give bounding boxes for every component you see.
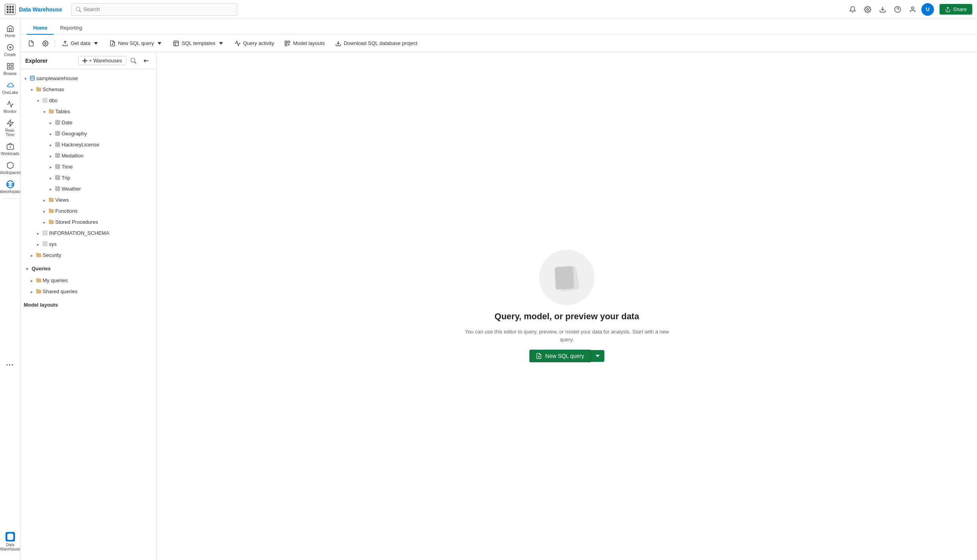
new-sql-query-button[interactable]: New SQL query xyxy=(105,37,167,49)
nav-item-datawarehouse[interactable]: Data Warehouse xyxy=(2,530,19,554)
topbar: Data Warehouse U Share xyxy=(0,0,977,19)
tree-item-sys[interactable]: sys xyxy=(21,238,156,249)
tree-item-samplewarehouse[interactable]: samplewarehouse xyxy=(21,73,156,84)
tree-item-functions[interactable]: Functions xyxy=(21,205,156,216)
nav-item-monitor[interactable]: Monitor xyxy=(2,98,19,116)
svg-rect-43 xyxy=(56,120,60,125)
plus-icon xyxy=(83,58,87,63)
time-label: Time xyxy=(62,164,153,170)
svg-rect-41 xyxy=(43,101,45,102)
toolbar-settings-icon-button[interactable] xyxy=(39,37,51,49)
toolbar-file-icon-button[interactable] xyxy=(25,37,37,49)
settings-button[interactable] xyxy=(861,3,874,16)
model-layouts-section-header[interactable]: Model layouts xyxy=(21,298,156,311)
nav-item-workloads[interactable]: Workloads xyxy=(2,140,19,158)
search-input[interactable] xyxy=(84,6,233,12)
sql-templates-icon xyxy=(173,40,179,47)
nav-item-workspaces[interactable]: Workspaces xyxy=(2,159,19,177)
svg-rect-63 xyxy=(56,165,60,169)
tree-item-time[interactable]: Time xyxy=(21,161,156,172)
tree-item-information-schema[interactable]: INFORMATION_SCHEMA xyxy=(21,227,156,238)
download-button[interactable] xyxy=(876,3,889,16)
queries-section-header[interactable]: Queries xyxy=(21,262,156,275)
svg-point-9 xyxy=(867,8,869,10)
explorer-search-button[interactable] xyxy=(128,55,139,66)
svg-rect-1 xyxy=(9,6,11,8)
tables-chevron xyxy=(41,108,47,114)
information-schema-icon xyxy=(42,230,48,236)
empty-state-illustration xyxy=(539,250,594,305)
nav-item-realtime[interactable]: Real-Time xyxy=(2,117,19,139)
geography-table-icon xyxy=(54,130,61,137)
tree-item-weather[interactable]: Weather xyxy=(21,183,156,194)
download-sql-button[interactable]: Download SQL database project xyxy=(331,37,422,49)
explorer-panel: Explorer + Warehouses xyxy=(21,52,157,560)
query-activity-label: Query activity xyxy=(243,40,274,46)
fabric-icon xyxy=(6,180,14,188)
datawarehouse-icon-bg xyxy=(6,532,15,541)
account-button[interactable] xyxy=(906,3,919,16)
tree-item-views[interactable]: Views xyxy=(21,194,156,205)
waffle-menu-button[interactable] xyxy=(5,4,16,15)
schemas-folder-icon xyxy=(36,86,42,92)
nav-more-button[interactable]: ··· xyxy=(2,359,19,372)
model-layouts-button[interactable]: Model layouts xyxy=(280,37,328,49)
download-sql-icon xyxy=(335,40,341,47)
notifications-button[interactable] xyxy=(846,3,859,16)
my-queries-folder-icon xyxy=(36,277,42,283)
tree-item-security[interactable]: Security xyxy=(21,249,156,260)
tree-item-shared-queries[interactable]: Shared queries xyxy=(21,286,156,297)
tab-reporting[interactable]: Reporting xyxy=(54,22,88,35)
add-warehouses-button[interactable]: + Warehouses xyxy=(78,56,126,65)
tabs-bar: Home Reporting xyxy=(21,19,977,35)
tree-item-date[interactable]: Date xyxy=(21,117,156,128)
svg-rect-79 xyxy=(45,231,47,232)
tree-item-hackneylicense[interactable]: HackneyLicense xyxy=(21,139,156,150)
shared-queries-chevron xyxy=(28,288,35,294)
tree-item-my-queries[interactable]: My queries xyxy=(21,275,156,286)
weather-chevron xyxy=(47,185,54,192)
tree-item-dbo[interactable]: dbo xyxy=(21,95,156,106)
tables-folder-icon xyxy=(48,108,54,114)
nav-workloads-label: Workloads xyxy=(1,152,19,156)
tree-item-trip[interactable]: Trip xyxy=(21,172,156,183)
tree-item-stored-procedures[interactable]: Stored Procedures xyxy=(21,216,156,227)
date-chevron xyxy=(47,119,54,125)
left-nav: Home Create Browse OneLake Monitor Real-… xyxy=(0,19,21,560)
nav-item-fabworkspace[interactable]: fabworkspace xyxy=(2,178,19,196)
sql-templates-button[interactable]: SQL templates xyxy=(169,37,228,49)
svg-rect-88 xyxy=(555,267,574,289)
realtime-icon xyxy=(6,119,14,127)
explorer-tree: samplewarehouse Schemas xyxy=(21,69,156,560)
empty-state-new-sql-dropdown[interactable] xyxy=(591,350,604,362)
queries-label: Queries xyxy=(32,266,51,272)
get-data-button[interactable]: Get data xyxy=(58,37,103,49)
user-avatar[interactable]: U xyxy=(921,3,934,16)
tree-item-geography[interactable]: Geography xyxy=(21,128,156,139)
query-activity-button[interactable]: Query activity xyxy=(231,37,278,49)
tree-item-medallion[interactable]: Medallion xyxy=(21,150,156,161)
svg-rect-48 xyxy=(56,131,60,136)
nav-item-home[interactable]: Home xyxy=(2,22,19,40)
search-box[interactable] xyxy=(71,3,237,16)
empty-state-description: You can use this editor to query, previe… xyxy=(464,328,669,343)
empty-state-new-sql-button[interactable]: New SQL query xyxy=(529,350,590,362)
information-schema-label: INFORMATION_SCHEMA xyxy=(49,230,153,236)
dbo-schema-icon xyxy=(42,97,48,103)
share-label: Share xyxy=(953,6,967,12)
help-button[interactable] xyxy=(891,3,904,16)
nav-item-onelake[interactable]: OneLake xyxy=(2,79,19,97)
tree-item-tables[interactable]: Tables xyxy=(21,106,156,117)
explorer-collapse-button[interactable] xyxy=(141,55,152,66)
bell-icon xyxy=(849,6,856,13)
tree-item-schemas[interactable]: Schemas xyxy=(21,84,156,95)
share-button[interactable]: Share xyxy=(939,4,972,15)
time-chevron xyxy=(47,163,54,170)
app-title: Data Warehouse xyxy=(19,6,62,13)
nav-item-create[interactable]: Create xyxy=(2,41,19,59)
svg-rect-73 xyxy=(56,187,60,191)
nav-item-browse[interactable]: Browse xyxy=(2,60,19,78)
onelake-icon xyxy=(6,81,14,89)
tab-home[interactable]: Home xyxy=(27,22,54,35)
stored-procedures-folder-icon xyxy=(48,219,54,225)
